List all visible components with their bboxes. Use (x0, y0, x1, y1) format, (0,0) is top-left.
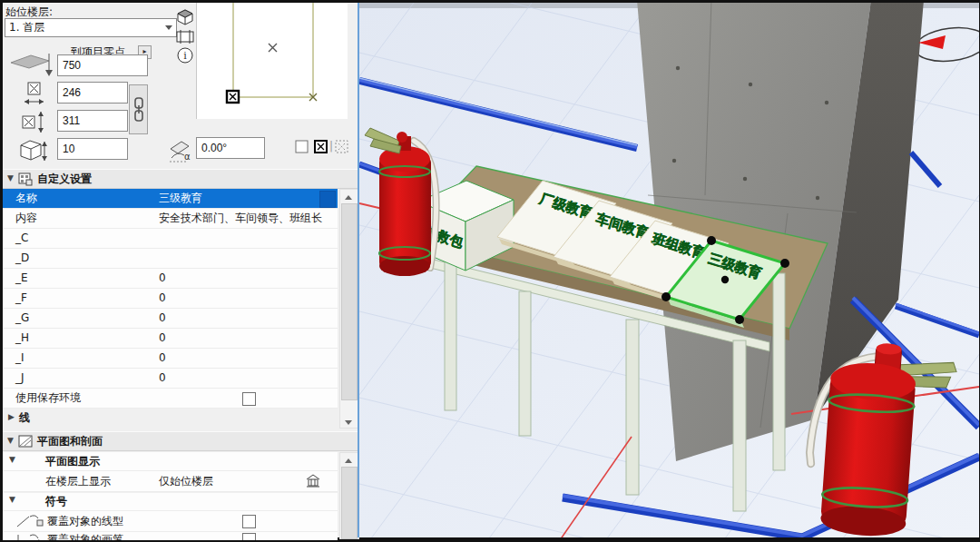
param-row-name[interactable]: 名称 三级教育 (3, 189, 338, 209)
param-label: _G (15, 309, 29, 328)
symbol-title: 符号 (45, 494, 67, 509)
rotation-angle-icon: α (168, 138, 197, 168)
param-row-g[interactable]: _G0 (3, 309, 338, 329)
link-dimensions-button[interactable] (129, 84, 148, 134)
custom-settings-icon (18, 172, 34, 189)
override-linetype-row[interactable]: 覆盖对象的线型 (3, 511, 338, 532)
anchor-separator: | (329, 140, 333, 153)
chain-link-icon (133, 96, 144, 123)
collapse-triangle-icon: ▼ (7, 436, 14, 445)
param-label: 使用保存环境 (15, 389, 81, 408)
anchor-empty-checkbox[interactable] (295, 140, 309, 157)
param-row-content[interactable]: 内容 安全技术部门、车间领导、班组长三... (3, 209, 338, 229)
story-building-icon (305, 473, 321, 491)
3d-viewport[interactable]: 急救包 厂级教育 车间教育 班组教育 三级教育 (358, 3, 979, 537)
param-row-d[interactable]: _D (3, 249, 338, 269)
hotspot-cross-center (269, 44, 277, 52)
use-saved-env-checkbox[interactable] (242, 392, 256, 406)
param-row-h[interactable]: _H0 (3, 329, 338, 349)
symbol-subsection[interactable]: ▼ 符号 (3, 493, 338, 511)
param-label: 名称 (15, 189, 37, 208)
3d-view-icon[interactable] (176, 8, 194, 29)
depth-dimension-icon (21, 109, 48, 139)
show-on-stories-label: 在楼层上显示 (45, 474, 111, 489)
collapse-triangle-icon: ▼ (9, 455, 15, 464)
param-value: 0 (159, 309, 166, 328)
param-value: 0 (159, 349, 166, 368)
pen-icon (15, 533, 44, 540)
param-value: 0 (159, 369, 166, 388)
plan-display-subsection[interactable]: ▼ 平面图显示 (3, 452, 338, 471)
param-label: _C (15, 229, 28, 248)
param-label: _H (15, 329, 29, 348)
scroll-thumb[interactable] (341, 203, 358, 400)
scroll-up-arrow[interactable] (340, 453, 357, 466)
elevation-input[interactable] (57, 54, 148, 76)
override-pen-row[interactable]: 覆盖对象的画笔 (3, 532, 338, 540)
param-row-e[interactable]: _E0 (3, 269, 338, 289)
collapse-triangle-icon: ▼ (9, 495, 15, 504)
width-input[interactable] (57, 82, 128, 103)
param-row-f[interactable]: _F0 (3, 289, 338, 309)
param-row-j[interactable]: _J0 (3, 369, 338, 389)
param-row-use-saved-env[interactable]: 使用保存环境 (3, 389, 338, 409)
anchor-dashed-checkbox[interactable] (335, 140, 349, 157)
plan-section-scrollbar[interactable] (339, 452, 359, 539)
section-custom-settings[interactable]: ▼ 自定义设置 (3, 169, 358, 189)
anchor-handle-selected (227, 91, 239, 103)
override-linetype-label: 覆盖对象的线型 (47, 514, 123, 529)
param-label: _D (15, 249, 29, 268)
param-label: _E (15, 269, 28, 288)
depth-input[interactable] (57, 110, 128, 132)
edit-value-button[interactable] (319, 191, 336, 208)
param-label: _F (15, 289, 27, 308)
param-label: _J (15, 369, 24, 388)
svg-text:i: i (183, 50, 187, 62)
line-section-title: 线 (19, 410, 30, 426)
plan-display-title: 平面图显示 (45, 454, 100, 469)
svg-text:α: α (184, 152, 191, 162)
override-pen-label: 覆盖对象的画笔 (47, 532, 123, 540)
linetype-pen-icon (15, 514, 44, 532)
anchor-crossed-checkbox[interactable] (314, 140, 328, 157)
screenshot-root: 始位楼层: 1. 首层 到项目零点 ▸ (0, 0, 980, 542)
chevron-down-icon (165, 25, 172, 30)
show-on-stories-value: 仅始位楼层 (159, 474, 213, 489)
scroll-up-arrow[interactable] (340, 190, 357, 202)
info-icon[interactable]: i (177, 47, 194, 67)
param-value: 三级教育 (159, 189, 202, 208)
param-label: _I (15, 349, 24, 368)
section-plan-and-section[interactable]: ▼ 平面图和剖面 (3, 431, 358, 451)
custom-settings-title: 自定义设置 (37, 172, 92, 187)
param-row-c[interactable]: _C (3, 229, 338, 249)
override-pen-checkbox[interactable] (242, 533, 256, 540)
param-label: 内容 (15, 209, 37, 228)
width-dimension-icon (23, 81, 46, 111)
home-story-dropdown[interactable]: 1. 首层 (5, 18, 177, 37)
object-settings-panel: 始位楼层: 1. 首层 到项目零点 ▸ (3, 3, 358, 537)
param-value: 0 (159, 289, 166, 308)
collapsed-triangle-icon: ▶ (8, 412, 15, 421)
show-on-stories-row[interactable]: 在楼层上显示 仅始位楼层 (3, 471, 338, 492)
height-input[interactable] (57, 138, 128, 160)
custom-settings-scrollbar[interactable] (339, 189, 359, 429)
plan-section-icon (18, 434, 34, 451)
param-value: 0 (159, 329, 166, 348)
section-view-icon[interactable] (175, 29, 195, 47)
plan-section-title: 平面图和剖面 (37, 434, 103, 449)
section-line[interactable]: ▶ 线 (3, 409, 358, 428)
collapse-triangle-icon: ▼ (7, 173, 14, 182)
rotation-angle-input[interactable] (196, 137, 265, 159)
param-value: 0 (159, 269, 166, 288)
override-linetype-checkbox[interactable] (242, 515, 256, 528)
param-row-i[interactable]: _I0 (3, 349, 338, 369)
slab-elevation-icon (7, 50, 56, 84)
scroll-thumb[interactable] (341, 467, 358, 539)
home-story-value: 1. 首层 (9, 21, 44, 34)
placement-preview[interactable] (196, 3, 348, 119)
height-dimension-icon (17, 137, 48, 167)
